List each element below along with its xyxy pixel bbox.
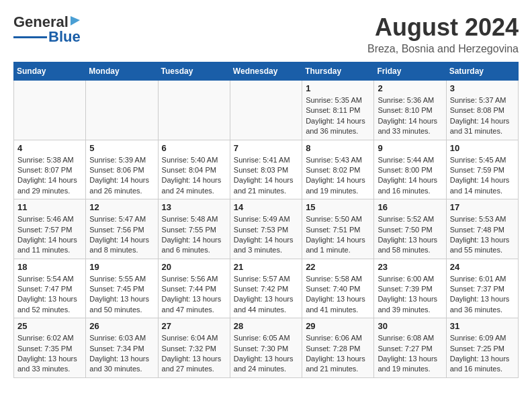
day-number: 25 bbox=[17, 321, 82, 331]
calendar-cell: 19Sunrise: 5:55 AM Sunset: 7:45 PM Dayli… bbox=[86, 259, 158, 318]
sub-title: Breza, Bosnia and Herzegovina bbox=[367, 43, 519, 55]
day-info: Sunrise: 5:38 AM Sunset: 8:07 PM Dayligh… bbox=[17, 155, 82, 197]
day-info: Sunrise: 5:46 AM Sunset: 7:57 PM Dayligh… bbox=[17, 214, 82, 256]
calendar-cell: 7Sunrise: 5:41 AM Sunset: 8:03 PM Daylig… bbox=[230, 140, 302, 199]
day-info: Sunrise: 5:49 AM Sunset: 7:53 PM Dayligh… bbox=[234, 214, 298, 256]
day-number: 28 bbox=[234, 321, 298, 331]
day-number: 18 bbox=[17, 262, 82, 272]
day-info: Sunrise: 5:48 AM Sunset: 7:55 PM Dayligh… bbox=[162, 214, 226, 256]
calendar-cell: 23Sunrise: 6:00 AM Sunset: 7:39 PM Dayli… bbox=[374, 259, 446, 318]
day-number: 3 bbox=[450, 83, 515, 93]
day-number: 14 bbox=[234, 202, 298, 212]
calendar-header-friday: Friday bbox=[374, 62, 446, 81]
day-info: Sunrise: 5:53 AM Sunset: 7:48 PM Dayligh… bbox=[450, 214, 515, 256]
calendar-cell: 3Sunrise: 5:37 AM Sunset: 8:08 PM Daylig… bbox=[446, 81, 518, 140]
day-number: 31 bbox=[450, 321, 515, 331]
logo-blue: Blue bbox=[48, 28, 81, 46]
calendar-week-1: 1Sunrise: 5:35 AM Sunset: 8:11 PM Daylig… bbox=[14, 81, 519, 140]
day-info: Sunrise: 6:08 AM Sunset: 7:27 PM Dayligh… bbox=[378, 333, 442, 375]
day-number: 10 bbox=[450, 143, 515, 153]
day-info: Sunrise: 6:01 AM Sunset: 7:37 PM Dayligh… bbox=[450, 274, 515, 316]
day-info: Sunrise: 5:56 AM Sunset: 7:44 PM Dayligh… bbox=[162, 274, 226, 316]
day-number: 27 bbox=[162, 321, 226, 331]
day-info: Sunrise: 6:05 AM Sunset: 7:30 PM Dayligh… bbox=[234, 333, 298, 375]
calendar-cell bbox=[158, 81, 230, 140]
calendar-header-monday: Monday bbox=[86, 62, 158, 81]
calendar-cell: 21Sunrise: 5:57 AM Sunset: 7:42 PM Dayli… bbox=[230, 259, 302, 318]
calendar-table: SundayMondayTuesdayWednesdayThursdayFrid… bbox=[13, 62, 519, 378]
day-info: Sunrise: 5:52 AM Sunset: 7:50 PM Dayligh… bbox=[378, 214, 442, 256]
calendar-cell: 2Sunrise: 5:36 AM Sunset: 8:10 PM Daylig… bbox=[374, 81, 446, 140]
calendar-week-3: 11Sunrise: 5:46 AM Sunset: 7:57 PM Dayli… bbox=[14, 199, 519, 259]
calendar-header-saturday: Saturday bbox=[446, 62, 518, 81]
day-number: 29 bbox=[306, 321, 370, 331]
svg-marker-0 bbox=[71, 16, 80, 26]
calendar-week-5: 25Sunrise: 6:02 AM Sunset: 7:35 PM Dayli… bbox=[14, 318, 519, 378]
logo-arrow-icon bbox=[69, 15, 81, 30]
day-info: Sunrise: 5:40 AM Sunset: 8:04 PM Dayligh… bbox=[162, 155, 226, 197]
calendar-cell: 8Sunrise: 5:43 AM Sunset: 8:02 PM Daylig… bbox=[302, 140, 374, 199]
day-number: 5 bbox=[89, 143, 154, 153]
day-info: Sunrise: 6:00 AM Sunset: 7:39 PM Dayligh… bbox=[378, 274, 442, 316]
day-number: 19 bbox=[89, 262, 154, 272]
logo: General Blue bbox=[13, 13, 81, 46]
day-info: Sunrise: 5:57 AM Sunset: 7:42 PM Dayligh… bbox=[234, 274, 298, 316]
calendar-header-sunday: Sunday bbox=[14, 62, 86, 81]
day-number: 20 bbox=[162, 262, 226, 272]
calendar-cell: 4Sunrise: 5:38 AM Sunset: 8:07 PM Daylig… bbox=[14, 140, 86, 199]
calendar-cell: 6Sunrise: 5:40 AM Sunset: 8:04 PM Daylig… bbox=[158, 140, 230, 199]
day-info: Sunrise: 5:58 AM Sunset: 7:40 PM Dayligh… bbox=[306, 274, 370, 316]
calendar-cell: 24Sunrise: 6:01 AM Sunset: 7:37 PM Dayli… bbox=[446, 259, 518, 318]
calendar-body: 1Sunrise: 5:35 AM Sunset: 8:11 PM Daylig… bbox=[14, 81, 519, 378]
calendar-cell: 31Sunrise: 6:09 AM Sunset: 7:25 PM Dayli… bbox=[446, 318, 518, 378]
calendar-cell: 20Sunrise: 5:56 AM Sunset: 7:44 PM Dayli… bbox=[158, 259, 230, 318]
day-info: Sunrise: 6:04 AM Sunset: 7:32 PM Dayligh… bbox=[162, 333, 226, 375]
day-info: Sunrise: 5:50 AM Sunset: 7:51 PM Dayligh… bbox=[306, 214, 370, 256]
day-number: 15 bbox=[306, 202, 370, 212]
day-number: 11 bbox=[17, 202, 82, 212]
day-number: 23 bbox=[378, 262, 442, 272]
page-header: General Blue August 2024 Breza, Bosnia a… bbox=[13, 13, 519, 55]
day-number: 13 bbox=[162, 202, 226, 212]
calendar-week-4: 18Sunrise: 5:54 AM Sunset: 7:47 PM Dayli… bbox=[14, 259, 519, 318]
calendar-header-tuesday: Tuesday bbox=[158, 62, 230, 81]
day-number: 24 bbox=[450, 262, 515, 272]
calendar-header-row: SundayMondayTuesdayWednesdayThursdayFrid… bbox=[14, 62, 519, 81]
day-info: Sunrise: 5:45 AM Sunset: 7:59 PM Dayligh… bbox=[450, 155, 515, 197]
calendar-cell bbox=[86, 81, 158, 140]
calendar-cell: 10Sunrise: 5:45 AM Sunset: 7:59 PM Dayli… bbox=[446, 140, 518, 199]
day-number: 26 bbox=[89, 321, 154, 331]
calendar-header-thursday: Thursday bbox=[302, 62, 374, 81]
calendar-cell: 16Sunrise: 5:52 AM Sunset: 7:50 PM Dayli… bbox=[374, 199, 446, 259]
calendar-cell: 28Sunrise: 6:05 AM Sunset: 7:30 PM Dayli… bbox=[230, 318, 302, 378]
day-number: 12 bbox=[89, 202, 154, 212]
calendar-cell bbox=[14, 81, 86, 140]
day-info: Sunrise: 6:09 AM Sunset: 7:25 PM Dayligh… bbox=[450, 333, 515, 375]
day-info: Sunrise: 5:39 AM Sunset: 8:06 PM Dayligh… bbox=[89, 155, 154, 197]
calendar-cell: 13Sunrise: 5:48 AM Sunset: 7:55 PM Dayli… bbox=[158, 199, 230, 259]
day-number: 9 bbox=[378, 143, 442, 153]
day-info: Sunrise: 6:03 AM Sunset: 7:34 PM Dayligh… bbox=[89, 333, 154, 375]
day-number: 16 bbox=[378, 202, 442, 212]
day-info: Sunrise: 5:54 AM Sunset: 7:47 PM Dayligh… bbox=[17, 274, 82, 316]
calendar-cell: 25Sunrise: 6:02 AM Sunset: 7:35 PM Dayli… bbox=[14, 318, 86, 378]
calendar-cell: 15Sunrise: 5:50 AM Sunset: 7:51 PM Dayli… bbox=[302, 199, 374, 259]
title-block: August 2024 Breza, Bosnia and Herzegovin… bbox=[367, 13, 519, 55]
calendar-week-2: 4Sunrise: 5:38 AM Sunset: 8:07 PM Daylig… bbox=[14, 140, 519, 199]
calendar-cell: 9Sunrise: 5:44 AM Sunset: 8:00 PM Daylig… bbox=[374, 140, 446, 199]
calendar-cell: 5Sunrise: 5:39 AM Sunset: 8:06 PM Daylig… bbox=[86, 140, 158, 199]
day-number: 4 bbox=[17, 143, 82, 153]
day-info: Sunrise: 6:06 AM Sunset: 7:28 PM Dayligh… bbox=[306, 333, 370, 375]
day-number: 30 bbox=[378, 321, 442, 331]
calendar-cell: 17Sunrise: 5:53 AM Sunset: 7:48 PM Dayli… bbox=[446, 199, 518, 259]
calendar-cell bbox=[230, 81, 302, 140]
day-info: Sunrise: 5:37 AM Sunset: 8:08 PM Dayligh… bbox=[450, 95, 515, 137]
day-info: Sunrise: 5:55 AM Sunset: 7:45 PM Dayligh… bbox=[89, 274, 154, 316]
day-info: Sunrise: 5:41 AM Sunset: 8:03 PM Dayligh… bbox=[234, 155, 298, 197]
calendar-cell: 1Sunrise: 5:35 AM Sunset: 8:11 PM Daylig… bbox=[302, 81, 374, 140]
day-number: 8 bbox=[306, 143, 370, 153]
day-number: 22 bbox=[306, 262, 370, 272]
calendar-cell: 12Sunrise: 5:47 AM Sunset: 7:56 PM Dayli… bbox=[86, 199, 158, 259]
calendar-cell: 14Sunrise: 5:49 AM Sunset: 7:53 PM Dayli… bbox=[230, 199, 302, 259]
day-number: 21 bbox=[234, 262, 298, 272]
